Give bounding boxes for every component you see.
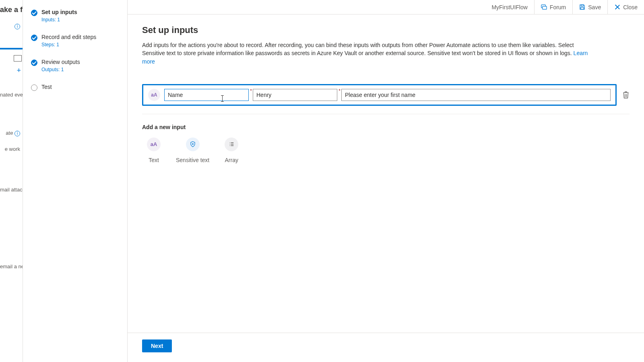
input-row: aA * * [142,84,630,106]
add-array-input-button[interactable]: Array [225,138,238,163]
forum-button[interactable]: Forum [534,0,572,14]
footer-bar: Next [128,333,644,362]
wizard-step-label: Record and edit steps [41,34,96,40]
type-label: Sensitive text [176,157,209,163]
background-left-sliver: ake a flo i + nated even ate i e work ma… [0,0,23,362]
bg-text-3: e work [0,146,23,152]
wizard-step-label: Review outputs [41,59,80,65]
bg-text-4: mail attac [0,187,23,193]
bg-title-fragment: ake a flo [0,0,23,14]
svg-rect-2 [581,5,584,6]
wizard-step-sub: Steps: 1 [41,42,96,47]
content-area: Set up inputs Add inputs for the actions… [128,14,644,333]
info-icon: i [14,131,20,136]
wizard-step-record[interactable]: Record and edit steps Steps: 1 [31,34,121,47]
bg-progress-bar [0,48,23,49]
list-icon [225,138,238,151]
wizard-step-label: Set up inputs [41,9,77,15]
wizard-step-test[interactable]: Test [31,84,121,91]
required-asterisk: * [339,88,341,94]
forum-icon [541,4,547,10]
type-label: Array [225,157,238,163]
svg-rect-3 [581,7,584,9]
check-icon [31,35,37,41]
bg-text-1: nated even [0,92,23,98]
page-title: Set up inputs [142,25,630,35]
check-icon [31,10,37,16]
wizard-steps-panel: Set up inputs Inputs: 1 Record and edit … [23,0,128,362]
close-icon [614,4,620,10]
text-type-icon: aA [148,89,160,101]
save-button[interactable]: Save [572,0,607,14]
top-bar: MyFirstUIFlow Forum Save Close [128,0,644,14]
add-input-heading: Add a new input [142,124,630,130]
page-description: Add inputs for the actions you're about … [142,41,589,66]
add-text-input-button[interactable]: aA Text [147,138,161,163]
input-name-field[interactable] [164,89,249,101]
check-icon [31,60,37,66]
wizard-step-review[interactable]: Review outputs Outputs: 1 [31,59,121,72]
wizard-step-label: Test [41,84,52,90]
divider [142,114,630,114]
shield-icon [186,138,200,151]
wizard-step-sub: Outputs: 1 [41,67,80,72]
type-label: Text [149,157,159,163]
flow-name: MyFirstUIFlow [485,0,534,14]
text-icon: aA [147,138,161,151]
main-panel: Set up inputs Add inputs for the actions… [128,14,644,362]
input-description-field[interactable] [341,89,611,101]
close-button[interactable]: Close [607,0,644,14]
input-value-field[interactable] [253,89,337,101]
circle-icon [31,84,37,91]
add-sensitive-input-button[interactable]: Sensitive text [176,138,209,163]
svg-rect-1 [543,6,547,10]
input-card: aA * * [142,84,617,106]
wizard-step-sub: Inputs: 1 [41,17,77,23]
bg-text-5: email a ne [0,263,23,269]
bg-text-2: ate i [0,130,23,136]
info-icon: i [14,24,20,29]
bg-template-icon [14,55,22,62]
next-button[interactable]: Next [142,339,172,352]
svg-point-4 [192,144,193,145]
input-type-buttons: aA Text Sensitive text Array [142,138,630,163]
bg-plus-icon: + [0,66,23,75]
save-icon [579,4,585,10]
delete-icon[interactable] [622,91,630,99]
wizard-step-setup-inputs[interactable]: Set up inputs Inputs: 1 [31,9,121,23]
required-asterisk: * [250,88,252,94]
